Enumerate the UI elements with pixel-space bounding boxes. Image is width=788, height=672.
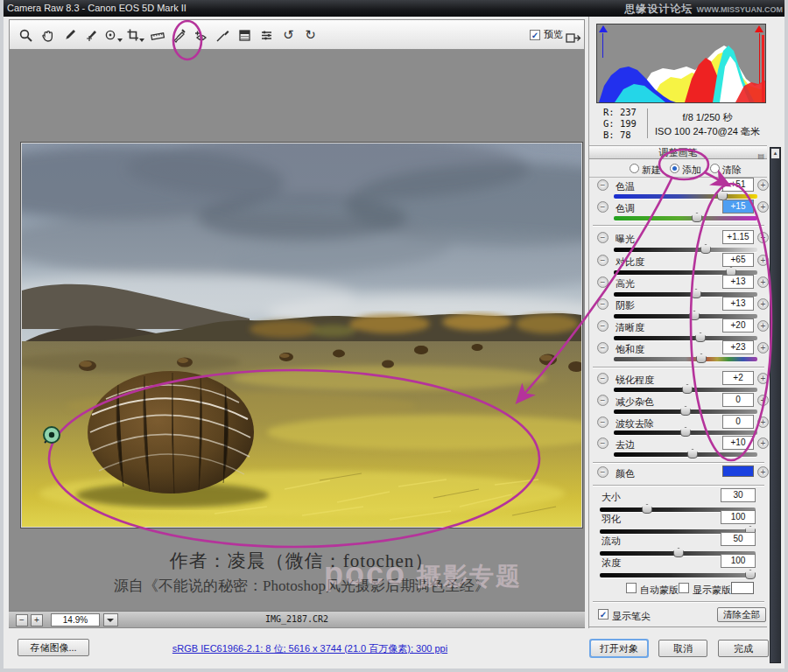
defringe-minus-button[interactable]: −: [597, 438, 609, 449]
radio-new-label: 新建: [642, 164, 661, 177]
clarity-minus-button[interactable]: −: [597, 320, 609, 332]
done-button[interactable]: 完成: [718, 640, 769, 657]
color-minus-button[interactable]: −: [597, 466, 609, 478]
contrast-minus-button[interactable]: −: [597, 255, 609, 266]
cancel-button[interactable]: 取消: [658, 640, 707, 657]
defringe-label: 去边: [616, 438, 635, 452]
saturation-minus-button[interactable]: −: [597, 342, 609, 354]
targeted-adjustment-tool-icon[interactable]: [104, 24, 123, 46]
red-eye-tool-icon[interactable]: [192, 24, 210, 46]
panel-scrollbar[interactable]: ▲: [770, 147, 781, 663]
color-swatch[interactable]: [722, 466, 754, 477]
moire-value[interactable]: 0: [722, 415, 754, 429]
crop-tool-icon[interactable]: [126, 24, 144, 46]
noise-plus-button[interactable]: +: [757, 395, 769, 406]
bottom-bar: 存储图像... sRGB IEC61966-2.1: 8 位; 5616 x 3…: [4, 628, 784, 665]
photo-preview[interactable]: [21, 143, 582, 528]
highlights-value[interactable]: +13: [722, 275, 754, 289]
b-value: B: 78: [603, 130, 637, 141]
temp-value[interactable]: +51: [722, 178, 754, 192]
image-canvas: 作者：凌晨（微信：fotochen） 源自《不能说的秘密：Photoshop风光…: [9, 50, 585, 611]
size-value[interactable]: 30: [721, 488, 756, 502]
exposure-info: R: 237 G: 199 B: 78 f/8 1/250 秒 ISO 100 …: [596, 105, 766, 144]
color-plus-button[interactable]: +: [757, 466, 769, 478]
moire-label: 波纹去除: [616, 417, 654, 430]
flow-value[interactable]: 50: [721, 532, 756, 546]
shadows-minus-button[interactable]: −: [597, 298, 609, 310]
exposure-minus-button[interactable]: −: [597, 232, 609, 243]
highlights-plus-button[interactable]: +: [757, 276, 769, 288]
noise-value[interactable]: 0: [722, 393, 754, 407]
rotate-left-tool-icon[interactable]: ↺: [279, 24, 298, 46]
mask-color-swatch[interactable]: [731, 582, 754, 594]
temp-minus-button[interactable]: −: [597, 179, 609, 191]
preferences-tool-icon[interactable]: [257, 24, 276, 46]
radio-new[interactable]: [630, 164, 639, 173]
temp-slider[interactable]: [614, 194, 757, 199]
defringe-plus-button[interactable]: +: [757, 438, 769, 449]
moire-plus-button[interactable]: +: [757, 416, 769, 428]
spot-removal-tool-icon[interactable]: [170, 24, 188, 46]
histogram[interactable]: [596, 24, 766, 103]
noise-slider[interactable]: [614, 410, 757, 414]
white-balance-tool-icon[interactable]: [60, 24, 79, 46]
moire-slider[interactable]: [614, 430, 757, 435]
density-slider[interactable]: [600, 573, 756, 578]
defringe-slider[interactable]: [614, 452, 757, 457]
clear-all-button[interactable]: 清除全部: [717, 607, 766, 622]
clarity-plus-button[interactable]: +: [757, 320, 769, 332]
defringe-value[interactable]: +10: [722, 436, 754, 450]
highlights-label: 高光: [616, 277, 635, 290]
radio-add[interactable]: [670, 164, 679, 173]
exposure-value[interactable]: +1.15: [722, 230, 754, 244]
contrast-plus-button[interactable]: +: [757, 255, 769, 266]
shadows-value[interactable]: +13: [722, 297, 754, 311]
color-sampler-tool-icon[interactable]: [82, 24, 101, 46]
graduated-filter-tool-icon[interactable]: [236, 24, 254, 46]
tint-slider[interactable]: [614, 216, 757, 220]
show-pins-checkbox[interactable]: ✓: [598, 609, 609, 620]
tint-plus-button[interactable]: +: [757, 201, 769, 213]
save-image-button[interactable]: 存储图像...: [18, 639, 89, 656]
noise-minus-button[interactable]: −: [597, 395, 609, 406]
density-value[interactable]: 100: [721, 554, 756, 568]
sharpness-plus-button[interactable]: +: [757, 373, 769, 384]
exposure-plus-button[interactable]: +: [757, 232, 769, 243]
shadows-plus-button[interactable]: +: [757, 298, 769, 310]
adjustment-brush-tool-icon[interactable]: [214, 24, 232, 46]
zoom-tool-icon[interactable]: [17, 24, 35, 46]
feather-value[interactable]: 100: [721, 510, 756, 524]
window-title: Camera Raw 8.3 - Canon EOS 5D Mark II: [7, 3, 186, 13]
straighten-tool-icon[interactable]: [148, 24, 166, 46]
auto-mask-checkbox[interactable]: [626, 583, 637, 593]
exposure-slider[interactable]: [614, 248, 757, 252]
contrast-value[interactable]: +65: [722, 253, 754, 267]
sharpness-value[interactable]: +2: [722, 371, 754, 385]
saturation-plus-button[interactable]: +: [757, 342, 769, 354]
rotate-right-tool-icon[interactable]: ↻: [301, 24, 320, 46]
highlights-minus-button[interactable]: −: [597, 276, 609, 288]
saturation-value[interactable]: +23: [722, 340, 754, 354]
clarity-label: 清晰度: [616, 321, 644, 334]
moire-minus-button[interactable]: −: [597, 416, 609, 428]
show-pins-label: 显示笔尖: [612, 610, 651, 623]
toggle-fullscreen-icon[interactable]: [564, 26, 582, 49]
preview-checkbox[interactable]: ✓: [530, 30, 540, 40]
hand-tool-icon[interactable]: [39, 24, 57, 46]
open-object-button[interactable]: 打开对象: [590, 640, 648, 657]
toolbar: ↺ ↻ ✓ 预览: [9, 19, 585, 50]
sharpness-minus-button[interactable]: −: [597, 373, 609, 384]
clarity-value[interactable]: +20: [722, 318, 754, 332]
sharpness-slider[interactable]: [614, 388, 757, 392]
scroll-up-icon[interactable]: ▲: [771, 149, 779, 158]
size-label: 大小: [602, 491, 621, 504]
tint-minus-button[interactable]: −: [597, 201, 609, 213]
workflow-options-link[interactable]: sRGB IEC61966-2.1: 8 位; 5616 x 3744 (21.…: [100, 642, 520, 655]
show-mask-checkbox[interactable]: [679, 583, 689, 593]
saturation-slider[interactable]: [614, 357, 757, 361]
radio-erase[interactable]: [710, 164, 720, 173]
panel-title: 调整画笔: [659, 147, 698, 158]
tint-value[interactable]: +15: [722, 200, 754, 214]
preview-label: 预览: [544, 28, 563, 41]
temp-plus-button[interactable]: +: [757, 179, 769, 191]
